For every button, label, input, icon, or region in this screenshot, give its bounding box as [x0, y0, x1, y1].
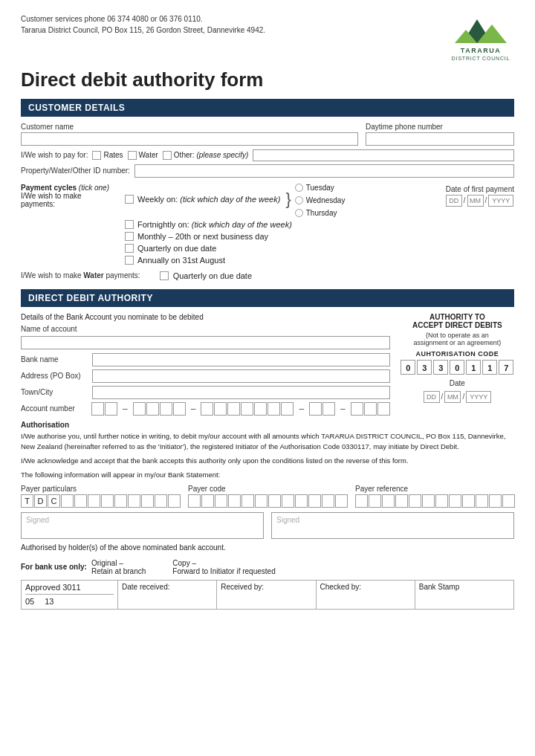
annually-checkbox[interactable] — [125, 256, 134, 265]
pp-7 — [101, 494, 114, 508]
pr-4 — [395, 494, 408, 508]
acc-box-5-1[interactable] — [351, 402, 363, 416]
quarterly-label: Quarterly on due date — [137, 244, 216, 253]
rates-checkbox-label[interactable]: Rates — [92, 151, 123, 160]
pp-4 — [61, 494, 74, 508]
logo-subtext: DISTRICT COUNCIL — [452, 56, 510, 61]
acc-box-3-2[interactable] — [214, 402, 227, 416]
wednesday-radio-label[interactable]: Wednesday — [295, 196, 346, 204]
other-checkbox[interactable] — [163, 151, 172, 160]
acc-box-1-1[interactable] — [91, 402, 104, 416]
date-sep1: / — [464, 196, 466, 204]
name-of-account-input[interactable] — [21, 336, 390, 349]
customer-name-input[interactable] — [21, 132, 358, 146]
bank-use-row: For bank use only: Original – Retain at … — [21, 559, 514, 575]
payer-particulars-label: Payer particulars — [21, 485, 181, 493]
bank-copy-label: Copy – Forward to Initiator if requested — [172, 559, 275, 575]
phone-label: Daytime phone number — [366, 123, 514, 131]
name-of-account-row: Name of account — [21, 325, 390, 333]
pr-10 — [476, 494, 488, 508]
payment-cycles-sublabel: I/We wish to make payments: — [21, 192, 117, 208]
property-label: Property/Water/Other ID number: — [21, 167, 130, 175]
monthly-checkbox[interactable] — [125, 232, 134, 241]
property-id-input[interactable] — [134, 164, 514, 178]
other-label: Other: (please specify) — [174, 151, 249, 159]
fortnightly-checkbox[interactable] — [125, 220, 134, 229]
acc-box-2-3[interactable] — [160, 402, 172, 416]
monthly-row: Monthly – 20th or next business day — [125, 232, 438, 241]
dda-date-yyyy[interactable] — [466, 391, 491, 403]
address-input[interactable] — [92, 369, 390, 383]
acc-box-1-2[interactable] — [105, 402, 117, 416]
name-of-account-label: Name of account — [21, 325, 77, 333]
acc-box-5-2[interactable] — [364, 402, 377, 416]
rates-checkbox[interactable] — [92, 151, 101, 160]
acc-box-4-1[interactable] — [309, 402, 322, 416]
phone-input[interactable] — [366, 132, 514, 146]
pr-12 — [502, 494, 515, 508]
acc-dash-4: – — [339, 404, 347, 414]
thursday-radio[interactable] — [295, 209, 303, 217]
date-label: Date — [450, 379, 465, 387]
acc-box-5-3[interactable] — [377, 402, 390, 416]
logo-name: TARARUA — [461, 47, 501, 56]
pc-10 — [308, 494, 321, 508]
account-number-row: Account number – – — [21, 402, 390, 416]
acc-box-2-1[interactable] — [133, 402, 146, 416]
thursday-radio-label[interactable]: Thursday — [295, 209, 346, 217]
auth-code-boxes: 0 3 3 0 1 1 7 — [401, 360, 514, 375]
pc-1 — [188, 494, 201, 508]
date-yyyy-input[interactable] — [488, 195, 513, 207]
signed-box-2[interactable]: Signed — [271, 512, 514, 539]
logo: TARARUA DISTRICT COUNCIL — [447, 13, 514, 61]
date-sep2: / — [485, 196, 487, 204]
wednesday-radio[interactable] — [295, 196, 303, 204]
town-input[interactable] — [92, 386, 390, 399]
acc-box-3-1[interactable] — [201, 402, 213, 416]
date-mm-input[interactable] — [467, 195, 484, 207]
bank-use-only-section: For bank use only: Original – Retain at … — [21, 559, 514, 610]
bank-original-label: Original – Retain at branch — [91, 559, 146, 575]
address-row: Address (PO Box) — [21, 369, 390, 383]
acc-group-2 — [133, 402, 186, 416]
acc-box-4-2[interactable] — [322, 402, 335, 416]
weekly-checkbox[interactable] — [125, 195, 134, 204]
acc-group-1 — [91, 402, 117, 416]
payment-cycles-tick: (tick one) — [79, 184, 109, 192]
water-checkbox[interactable] — [128, 151, 137, 160]
dda-date-mm[interactable] — [444, 391, 461, 403]
dda-date-dd[interactable] — [424, 391, 440, 403]
other-specify-input[interactable] — [253, 149, 514, 161]
customer-name-label: Customer name — [21, 123, 358, 131]
cycles-options-col: Weekly on: (tick which day of the week) … — [125, 182, 438, 268]
auth-code-3a: 3 — [417, 360, 432, 375]
acc-box-2-4[interactable] — [173, 402, 186, 416]
acc-box-2-2[interactable] — [146, 402, 159, 416]
other-italic: (please specify) — [196, 151, 248, 159]
water-pay-row: I/We wish to make Water payments: Quarte… — [21, 271, 514, 280]
bank-name-input[interactable] — [92, 353, 390, 366]
pc-3 — [215, 494, 227, 508]
date-dd-input[interactable] — [446, 195, 462, 207]
other-checkbox-label[interactable]: Other: (please specify) — [163, 151, 249, 160]
auth-text3: The following information will appear in… — [21, 470, 514, 480]
acc-box-3-6[interactable] — [268, 402, 280, 416]
name-of-account-input-row — [21, 336, 390, 349]
customer-details-section: CUSTOMER DETAILS Customer name Daytime p… — [21, 99, 514, 280]
payer-section: Payer particulars T D C Payer code — [21, 485, 514, 508]
tuesday-radio-label[interactable]: Tuesday — [295, 184, 346, 192]
water-checkbox-label[interactable]: Water — [128, 151, 158, 160]
pr-9 — [462, 494, 475, 508]
acc-box-3-4[interactable] — [241, 402, 253, 416]
signed-box-1[interactable]: Signed — [21, 512, 264, 539]
water-quarterly-checkbox[interactable] — [160, 271, 169, 280]
tuesday-radio[interactable] — [295, 184, 303, 192]
acc-box-3-5[interactable] — [254, 402, 267, 416]
acc-box-3-7[interactable] — [281, 402, 294, 416]
cycles-label-col: Payment cycles (tick one) I/We wish to m… — [21, 182, 117, 268]
pp-12 — [168, 494, 181, 508]
acc-box-3-3[interactable] — [227, 402, 240, 416]
dda-date-row: Date / / — [401, 379, 514, 403]
quarterly-checkbox[interactable] — [125, 244, 134, 253]
pr-3 — [382, 494, 395, 508]
